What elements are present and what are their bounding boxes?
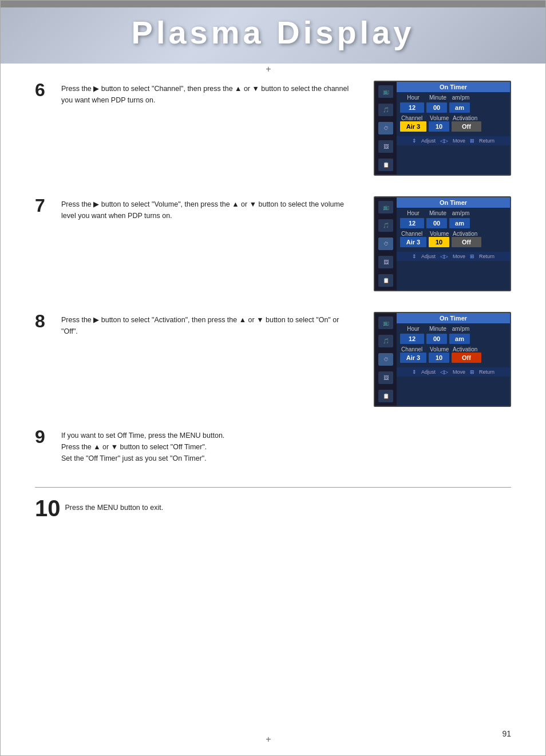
return-icon-3: ⊞ [470, 369, 474, 375]
hour-label-1: Hour [401, 94, 425, 101]
on-timer-header-1: On Timer [397, 82, 510, 92]
col2-headers-2: Channel Volume Activation [400, 231, 507, 237]
timer-grid-1: Hour Minute am/pm 12 00 am Channel Volum… [397, 92, 510, 136]
minute-label-1: Minute [428, 94, 448, 101]
channel-label-2: Channel [401, 231, 428, 237]
adjust-text-1: Adjust [421, 138, 436, 144]
activation-value-1: Off [452, 121, 481, 132]
tv-icon-2d: 🖼 [378, 256, 393, 268]
minute-value-3: 00 [426, 334, 447, 344]
activation-value-3: Off [452, 353, 481, 363]
tv-panel-3-inner: 📺 🎵 ⏱ 🖼 📋 On Timer Hour Minute am/pm [375, 313, 510, 406]
return-text-3: Return [479, 369, 494, 375]
minute-value-1: 00 [426, 102, 447, 113]
channel-value-2: Air 3 [400, 237, 426, 247]
tv-icon-3b: 🎵 [378, 335, 393, 347]
move-text-3: Move [453, 369, 465, 375]
tv-icon-3e: 📋 [378, 390, 393, 402]
hour-value-3: 12 [400, 334, 424, 344]
timer-col-headers-2: Hour Minute am/pm [400, 210, 507, 216]
timer-row-bottom-3: Air 3 10 Off [400, 353, 507, 363]
timer-row-bottom-2: Air 3 10 Off [400, 237, 507, 247]
timer-col-headers-1: Hour Minute am/pm [400, 94, 507, 101]
volume-value-2: 10 [429, 237, 449, 247]
step-8-text: Press the ▶ button to select "Activation… [61, 312, 357, 337]
step-8-row: 8 Press the ▶ button to select "Activati… [35, 312, 511, 407]
step-6-number: 6 [35, 81, 56, 99]
ampm-value-3: am [449, 334, 470, 344]
move-text-2: Move [453, 254, 465, 259]
ampm-label-2: am/pm [450, 210, 471, 216]
page-number: 91 [502, 729, 511, 738]
header-banner: Plasma Display [1, 1, 545, 64]
minute-label-2: Minute [428, 210, 448, 216]
tv-sidebar-3: 📺 🎵 ⏱ 🖼 📋 [375, 313, 397, 406]
timer-row-top-3: 12 00 am [400, 334, 507, 344]
step-10-number: 10 [35, 497, 61, 520]
ampm-label-3: am/pm [450, 326, 471, 332]
step-9-line2: Press the ▲ or ▼ button to select "Off T… [61, 441, 224, 453]
step-10-divider [35, 487, 511, 488]
channel-value-3: Air 3 [400, 353, 426, 363]
tv-icon-1e: 📋 [378, 159, 393, 171]
adjust-icon-1: ⇕ [412, 138, 417, 144]
ampm-label-1: am/pm [450, 94, 471, 101]
header-bar [1, 1, 545, 7]
on-timer-header-3: On Timer [397, 313, 510, 323]
col2-headers-3: Channel Volume Activation [400, 346, 507, 353]
volume-label-1: Volume [430, 115, 450, 121]
bottom-bar-3: ⇕ Adjust ◁▷ Move ⊞ Return [397, 367, 510, 377]
return-text-2: Return [479, 254, 494, 259]
timer-grid-2: Hour Minute am/pm 12 00 am Channel Volum… [397, 208, 510, 252]
step-6-text: Press the ▶ button to select "Channel", … [61, 81, 357, 106]
step-8-number: 8 [35, 312, 56, 330]
timer-grid-3: Hour Minute am/pm 12 00 am Channel Volum… [397, 323, 510, 367]
tv-panel-2-inner: 📺 🎵 ⏱ 🖼 📋 On Timer Hour Minute am/pm [375, 197, 510, 290]
col2-headers-1: Channel Volume Activation [400, 115, 507, 121]
tv-main-1: On Timer Hour Minute am/pm 12 00 am [397, 82, 510, 175]
tv-icon-2e: 📋 [378, 274, 393, 287]
timer-col-headers-3: Hour Minute am/pm [400, 326, 507, 332]
adjust-text-2: Adjust [421, 254, 436, 259]
tv-icon-3c: ⏱ [378, 353, 393, 366]
tv-icon-1d: 🖼 [378, 140, 393, 153]
bottom-bar-2: ⇕ Adjust ◁▷ Move ⊞ Return [397, 252, 510, 261]
channel-label-1: Channel [401, 115, 428, 121]
tv-panel-3: 📺 🎵 ⏱ 🖼 📋 On Timer Hour Minute am/pm [374, 312, 511, 407]
return-icon-1: ⊞ [470, 138, 474, 144]
tv-icon-3d: 🖼 [378, 371, 393, 384]
move-icon-3: ◁▷ [440, 369, 448, 375]
tv-panel-1-inner: 📺 🎵 ⏱ 🖼 📋 On Timer Hour Minute am/pm [375, 82, 510, 175]
step-7-number: 7 [35, 196, 56, 215]
tv-sidebar-1: 📺 🎵 ⏱ 🖼 📋 [375, 82, 397, 175]
step-10-text: Press the MENU button to exit. [65, 497, 164, 512]
timer-row-bottom-1: Air 3 10 Off [400, 121, 507, 132]
volume-value-1: 10 [429, 121, 449, 132]
tv-icon-1c: ⏱ [378, 122, 393, 134]
step-9-row: 9 If you want to set Off Time, press the… [35, 428, 511, 464]
tv-icon-2c: ⏱ [378, 238, 393, 250]
volume-label-2: Volume [430, 231, 450, 237]
volume-label-3: Volume [430, 346, 450, 353]
move-icon-2: ◁▷ [440, 254, 448, 259]
bottom-bar-1: ⇕ Adjust ◁▷ Move ⊞ Return [397, 136, 510, 145]
step-8-left: 8 Press the ▶ button to select "Activati… [35, 312, 357, 337]
channel-value-1: Air 3 [400, 121, 426, 132]
step-9-line3: Set the "Off Timer" just as you set "On … [61, 453, 224, 464]
crosshair-top [264, 65, 273, 74]
activation-label-2: Activation [453, 231, 482, 237]
step-9-text: If you want to set Off Time, press the M… [61, 428, 224, 464]
tv-icon-3a: 📺 [378, 316, 393, 329]
hour-value-1: 12 [400, 102, 424, 113]
move-icon-1: ◁▷ [440, 138, 448, 144]
adjust-icon-3: ⇕ [412, 369, 417, 375]
ampm-value-2: am [449, 218, 470, 228]
tv-main-2: On Timer Hour Minute am/pm 12 00 am [397, 197, 510, 290]
activation-label-1: Activation [453, 115, 482, 121]
tv-panel-2: 📺 🎵 ⏱ 🖼 📋 On Timer Hour Minute am/pm [374, 196, 511, 291]
step-6-left: 6 Press the ▶ button to select "Channel"… [35, 81, 357, 106]
tv-sidebar-2: 📺 🎵 ⏱ 🖼 📋 [375, 197, 397, 290]
on-timer-header-2: On Timer [397, 197, 510, 208]
crosshair-bottom [264, 735, 273, 744]
minute-value-2: 00 [426, 218, 447, 228]
